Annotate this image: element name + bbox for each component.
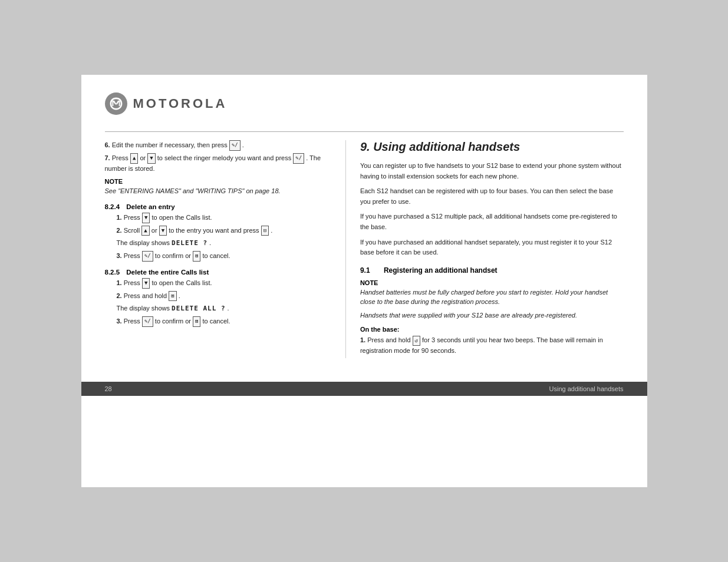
step-825-3: 3. Press ✎/ to confirm or ⊠ to cancel. — [105, 316, 328, 327]
calls-icon-1: ▼ — [142, 213, 150, 223]
step-7-text: to select the ringer melody you want and… — [157, 154, 294, 161]
menu-icon-2: ⊟ — [261, 226, 269, 236]
s824-1-press: Press — [124, 214, 142, 221]
motorola-logo-icon — [105, 92, 127, 115]
section-825-heading: 8.2.5 Delete the entire Calls list — [105, 269, 328, 276]
s824-1-text: to open the Calls list. — [151, 214, 212, 221]
step-6-text: Edit the number if necessary, then press — [112, 141, 228, 148]
right-column: 9. Using additional handsets You can reg… — [345, 140, 624, 358]
confirm-icon-3: ✎/ — [142, 251, 153, 262]
section-91-title: Registering an additional handset — [384, 266, 498, 275]
step-7-press: Press — [112, 154, 130, 161]
step-6: 6. Edit the number if necessary, then pr… — [105, 140, 328, 151]
step-6-period: . — [242, 141, 244, 148]
section-825-title: Delete the entire Calls list — [126, 269, 209, 276]
confirm-icon-825: ✎/ — [142, 316, 153, 327]
s825-2b-text: The display shows — [117, 305, 172, 312]
chapter-9-para3: If you have purchased a S12 multiple pac… — [360, 211, 624, 232]
delete-all-code: DELETE ALL ? — [172, 305, 225, 312]
left-column: 6. Edit the number if necessary, then pr… — [105, 140, 328, 358]
s824-3-end: to cancel. — [203, 252, 230, 259]
s825-1-text: to open the Calls list. — [151, 279, 212, 286]
s825-3-num: 3. — [117, 318, 122, 325]
cancel-icon-825: ⊠ — [193, 316, 200, 327]
logo-area: MOTOROLA — [105, 92, 624, 121]
note-label-91: NOTE — [360, 279, 624, 286]
step-825-2: 2. Press and hold ⊠ . — [105, 291, 328, 302]
footer-section-title: Using additional handsets — [549, 385, 624, 392]
step-825-2b: The display shows DELETE ALL ? . — [105, 303, 328, 314]
s825-3-mid: to confirm or — [155, 318, 193, 325]
s825-2-end: . — [179, 292, 180, 299]
footer-bar: 28 Using additional handsets — [81, 382, 647, 396]
section-91-num: 9.1 — [360, 266, 370, 275]
step-7-or: or — [140, 154, 147, 161]
s824-2b-text: The display shows — [117, 239, 172, 246]
confirm-icon-btn: ✎/ — [293, 153, 304, 164]
s825-3-press: Press — [124, 318, 142, 325]
step-825-1: 1. Press ▼ to open the Calls list. — [105, 278, 328, 289]
s824-3-press: Press — [124, 252, 142, 259]
s824-1-num: 1. — [117, 214, 122, 221]
step-6-number: 6. — [105, 141, 110, 148]
down-arrow-icon: ▼ — [147, 153, 155, 164]
motorola-m-svg — [108, 96, 124, 111]
step-91-1: 1. Press and hold ↺ for 3 seconds until … — [360, 335, 624, 355]
calls-icon-825: ▼ — [142, 278, 150, 289]
s825-3-end: to cancel. — [203, 318, 230, 325]
page-container: MOTOROLA 6. Edit the number if necessary… — [81, 75, 647, 487]
s825-2-num: 2. — [117, 292, 122, 299]
footer-page-number: 28 — [105, 385, 112, 392]
note-text-1: See "ENTERING NAMES" and "WRITING TIPS" … — [105, 186, 328, 196]
s825-2b-period: . — [228, 305, 229, 312]
chapter-9-para4: If you have purchased an additional hand… — [360, 237, 624, 258]
page-content: MOTOROLA 6. Edit the number if necessary… — [81, 75, 647, 370]
chapter-9-text: Using additional handsets — [373, 140, 520, 153]
step-7-number: 7. — [105, 154, 110, 161]
section-825-num: 8.2.5 — [105, 269, 120, 276]
s825-2-text: Press and hold — [124, 292, 169, 299]
s824-2b-period: . — [209, 239, 211, 246]
up-arrow-icon: ▲ — [130, 153, 138, 164]
chapter-9-num: 9. — [360, 140, 370, 153]
step-7: 7. Press ▲ or ▼ to select the ringer mel… — [105, 153, 328, 173]
step-824-3: 3. Press ✎/ to confirm or ⊠ to cancel. — [105, 251, 328, 262]
delete-code: DELETE ? — [172, 239, 207, 247]
s824-2-or: or — [151, 227, 159, 234]
cancel-icon-3: ⊠ — [193, 251, 200, 262]
section-divider — [105, 131, 624, 132]
s824-2-scroll: Scroll — [124, 227, 142, 234]
hold-icon-825: ⊠ — [169, 291, 176, 302]
down-icon-2: ▼ — [159, 226, 167, 236]
reg-icon-91: ↺ — [413, 336, 420, 346]
note-91-line1: Handset batteries must be fully charged … — [360, 287, 624, 307]
s91-1-num: 1. — [360, 336, 365, 343]
step-824-1: 1. Press ▼ to open the Calls list. — [105, 213, 328, 223]
s824-3-num: 3. — [117, 252, 122, 259]
note-91-line2: Handsets that were supplied with your S1… — [360, 310, 624, 320]
on-base-label: On the base: — [360, 326, 624, 333]
two-column-layout: 6. Edit the number if necessary, then pr… — [105, 140, 624, 358]
edit-icon-btn: ✎/ — [229, 140, 241, 151]
section-824-title: Delete an entry — [126, 203, 174, 210]
note-label-1: NOTE — [105, 178, 328, 185]
s824-2-end: . — [271, 227, 272, 234]
motorola-wordmark: MOTOROLA — [133, 96, 228, 111]
chapter-9-para1: You can register up to five handsets to … — [360, 161, 624, 181]
section-824-num: 8.2.4 — [105, 203, 120, 210]
section-824-heading: 8.2.4 Delete an entry — [105, 203, 328, 210]
chapter-9-title: 9. Using additional handsets — [360, 140, 624, 154]
s824-2-num: 2. — [117, 227, 122, 234]
step-824-2b: The display shows DELETE ? . — [105, 238, 328, 249]
step-824-2: 2. Scroll ▲ or ▼ to the entry you want a… — [105, 226, 328, 236]
chapter-9-para2: Each S12 handset can be registered with … — [360, 186, 624, 207]
s824-3-mid: to confirm or — [155, 252, 193, 259]
up-icon-2: ▲ — [141, 226, 149, 236]
s825-1-press: Press — [124, 279, 142, 286]
s825-1-num: 1. — [117, 279, 122, 286]
section-91-heading: 9.1 Registering an additional handset — [360, 266, 624, 275]
s824-2-text: to the entry you want and press — [169, 227, 261, 234]
s91-1-press: Press and hold — [367, 336, 412, 343]
